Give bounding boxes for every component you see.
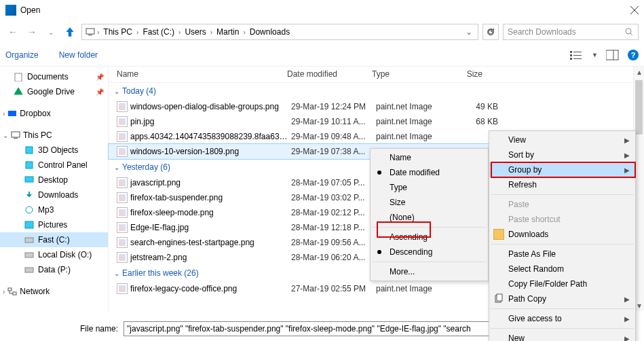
menu-new[interactable]: New▶ <box>489 331 635 341</box>
menu-groupby[interactable]: Group by▶ <box>489 162 635 177</box>
menu-pasteasfile[interactable]: Paste As File <box>489 247 635 262</box>
close-icon[interactable] <box>630 6 639 14</box>
tree-thispc[interactable]: ⌄ This PC <box>0 128 108 143</box>
menu-pathcopy[interactable]: Path Copy▶ <box>489 291 635 306</box>
tree-localdisk[interactable]: Local Disk (O:) <box>0 247 108 262</box>
file-row[interactable]: pin.jpg29-Mar-19 10:11 A...paint.net Ima… <box>109 114 644 129</box>
svg-rect-25 <box>25 253 33 257</box>
scroll-thumb[interactable] <box>635 80 643 134</box>
svg-rect-7 <box>570 54 572 56</box>
col-date[interactable]: Date modified <box>282 67 366 82</box>
file-size: 68 KB <box>457 117 498 126</box>
file-date: 29-Mar-19 09:48 A... <box>291 132 376 141</box>
organize-button[interactable]: Organize <box>5 50 39 60</box>
view-details-icon[interactable] <box>570 50 584 60</box>
recent-dropdown[interactable]: ⌄ <box>43 24 58 39</box>
group-today[interactable]: ⌄Today (4) <box>109 83 644 99</box>
bc-martin[interactable]: Martin <box>214 27 242 37</box>
file-type: paint.net Image <box>376 284 457 293</box>
breadcrumb[interactable]: › This PC› Fast (C:)› Users› Martin› Dow… <box>81 24 478 40</box>
col-name[interactable]: Name <box>109 67 282 82</box>
image-file-icon <box>117 192 128 203</box>
file-date: 28-Mar-19 02:12 P... <box>291 208 376 217</box>
image-file-icon <box>117 177 128 188</box>
svg-line-5 <box>630 33 632 35</box>
bc-thispc[interactable]: This PC <box>100 27 135 37</box>
svg-rect-2 <box>86 29 94 34</box>
svg-rect-26 <box>25 268 33 272</box>
back-button[interactable]: ← <box>5 24 20 39</box>
file-date: 27-Mar-19 02:55 PM <box>291 284 376 293</box>
nav-tree: Documents📌 Google Drive📌 › Dropbox ⌄ Thi… <box>0 67 109 311</box>
menu-refresh[interactable]: Refresh <box>489 177 635 192</box>
menu-paste: Paste <box>489 197 635 212</box>
menu-sortby[interactable]: Sort by▶ <box>489 147 635 162</box>
file-date: 28-Mar-19 06:20 A... <box>291 253 376 262</box>
file-name: Edge-IE-flag.jpg <box>130 223 291 232</box>
menu-groupby-type[interactable]: Type <box>371 180 488 195</box>
breadcrumb-dropdown[interactable]: ⌄ <box>463 27 475 37</box>
svg-rect-20 <box>26 162 33 168</box>
image-file-icon <box>117 101 128 112</box>
file-row[interactable]: windows-open-dialog-disable-groups.png29… <box>109 99 644 114</box>
menu-groupby-name[interactable]: Name <box>371 150 488 165</box>
bc-users[interactable]: Users <box>182 27 208 37</box>
menu-descending[interactable]: Descending <box>371 245 488 259</box>
file-date: 28-Mar-19 03:02 P... <box>291 193 376 202</box>
menu-groupby-size[interactable]: Size <box>371 195 488 210</box>
menu-selectrandom[interactable]: Select Random <box>489 262 635 276</box>
refresh-button[interactable] <box>482 24 499 40</box>
svg-rect-17 <box>12 132 20 137</box>
image-file-icon <box>117 252 128 263</box>
bc-fast[interactable]: Fast (C:) <box>140 27 177 37</box>
copy-icon <box>493 293 504 304</box>
image-file-icon <box>117 283 128 294</box>
file-date: 29-Mar-19 10:11 A... <box>291 117 376 126</box>
menu-ascending[interactable]: Ascending <box>371 230 488 245</box>
tree-dropbox[interactable]: › Dropbox <box>0 106 108 121</box>
tree-downloads[interactable]: Downloads <box>0 187 108 202</box>
menu-copypath[interactable]: Copy File/Folder Path <box>489 276 635 291</box>
forward-button[interactable]: → <box>24 24 39 39</box>
up-button[interactable] <box>62 24 77 39</box>
file-name: jetstream-2.png <box>130 253 291 262</box>
svg-rect-19 <box>26 147 33 154</box>
menu-more[interactable]: More... <box>371 264 488 279</box>
search-placeholder: Search Downloads <box>508 27 624 37</box>
file-date: 29-Mar-19 12:24 PM <box>291 102 376 111</box>
menu-groupby-none[interactable]: (None) <box>371 210 488 225</box>
pc-icon <box>85 26 96 37</box>
svg-point-22 <box>26 207 33 213</box>
tree-controlpanel[interactable]: Control Panel <box>0 158 108 173</box>
file-type: paint.net Image <box>376 132 457 141</box>
menu-giveaccess[interactable]: Give access to▶ <box>489 311 635 326</box>
tree-pictures[interactable]: Pictures <box>0 217 108 232</box>
tree-datap[interactable]: Data (P:) <box>0 262 108 277</box>
filename-label: File name: <box>80 324 118 334</box>
col-size[interactable]: Size <box>448 67 489 82</box>
menu-view[interactable]: View▶ <box>489 132 635 147</box>
col-type[interactable]: Type <box>366 67 448 82</box>
tree-documents[interactable]: Documents📌 <box>0 69 108 84</box>
view-dropdown-icon[interactable]: ▼ <box>592 52 598 58</box>
newfolder-button[interactable]: New folder <box>59 50 98 60</box>
tree-fastc[interactable]: Fast (C:) <box>0 232 108 247</box>
tree-mp3[interactable]: Mp3 <box>0 202 108 217</box>
file-name: javascript.png <box>130 178 291 187</box>
scroll-up-icon[interactable]: ▴ <box>634 67 644 77</box>
svg-marker-15 <box>14 88 22 94</box>
search-input[interactable]: Search Downloads <box>503 24 639 40</box>
bc-downloads[interactable]: Downloads <box>247 27 292 37</box>
help-icon[interactable]: ? <box>628 50 639 60</box>
tree-network[interactable]: › Network <box>0 284 108 299</box>
menu-downloads[interactable]: Downloads <box>489 227 635 242</box>
tree-desktop[interactable]: Desktop <box>0 173 108 187</box>
image-file-icon <box>117 207 128 218</box>
svg-rect-14 <box>15 73 22 82</box>
preview-pane-icon[interactable] <box>606 50 620 60</box>
menu-groupby-date[interactable]: Date modified <box>371 165 488 180</box>
tree-googledrive[interactable]: Google Drive📌 <box>0 84 108 99</box>
svg-rect-24 <box>25 238 33 243</box>
file-name: apps.40342.14047435839088239.8faa635f-..… <box>130 132 291 141</box>
tree-3dobjects[interactable]: 3D Objects <box>0 143 108 158</box>
